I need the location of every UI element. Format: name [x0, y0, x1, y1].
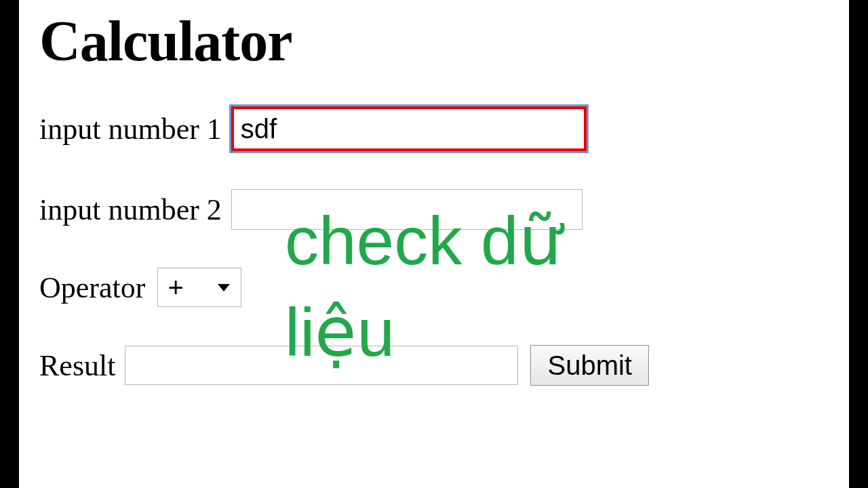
label-operator: Operator: [39, 270, 145, 305]
black-edge-right: [849, 0, 868, 488]
row-input2: input number 2: [39, 189, 841, 230]
svg-marker-0: [218, 284, 230, 291]
chevron-down-icon: [216, 282, 231, 293]
row-result: Result Submit: [39, 345, 841, 386]
result-field[interactable]: [125, 346, 518, 385]
operator-select[interactable]: +: [157, 268, 241, 307]
row-input1: input number 1: [39, 106, 841, 151]
page-title: Calculator: [39, 8, 841, 74]
input-number-1[interactable]: [231, 106, 587, 151]
input-number-2[interactable]: [231, 189, 583, 230]
operator-value: +: [163, 272, 216, 303]
label-input1: input number 1: [39, 112, 222, 146]
black-edge-left: [0, 0, 19, 488]
label-input2: input number 2: [39, 192, 222, 227]
submit-button[interactable]: Submit: [530, 345, 649, 386]
calculator-form: Calculator input number 1 input number 2…: [39, 0, 841, 386]
label-result: Result: [39, 348, 115, 383]
row-operator: Operator +: [39, 268, 841, 307]
